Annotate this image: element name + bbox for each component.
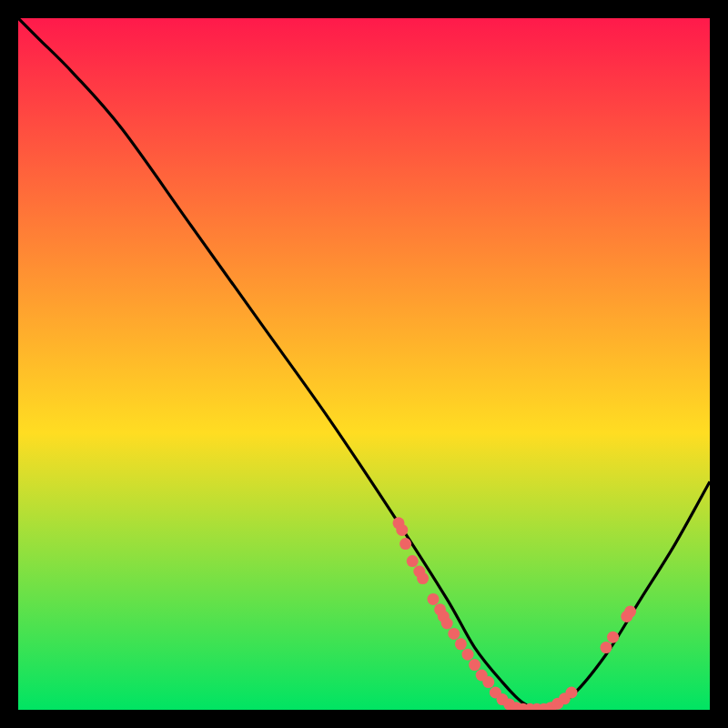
data-point bbox=[607, 632, 619, 643]
data-point bbox=[407, 555, 419, 567]
data-point bbox=[399, 538, 411, 550]
data-point bbox=[448, 628, 460, 640]
gradient-bg bbox=[18, 18, 710, 710]
data-point bbox=[396, 524, 408, 536]
data-point bbox=[566, 687, 578, 699]
data-point bbox=[455, 638, 467, 650]
data-point bbox=[601, 642, 612, 653]
data-point bbox=[441, 618, 453, 630]
data-point bbox=[482, 676, 494, 688]
bottleneck-chart bbox=[18, 18, 710, 710]
data-point bbox=[417, 572, 429, 584]
chart-frame: TheBottleneck.com bbox=[18, 18, 710, 710]
data-point bbox=[428, 593, 440, 605]
data-point bbox=[624, 606, 636, 618]
data-point bbox=[462, 649, 474, 661]
data-point bbox=[469, 659, 480, 671]
